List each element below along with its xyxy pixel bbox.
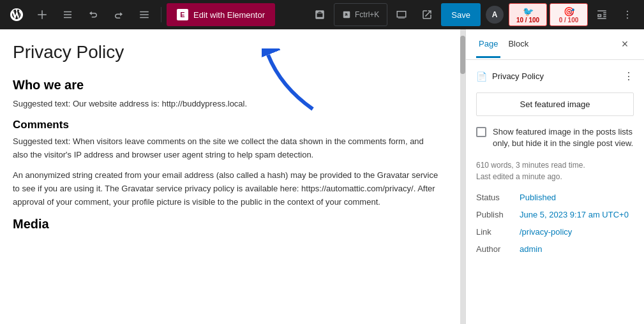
who-we-are-heading: Who we are: [13, 78, 440, 92]
add-block-button[interactable]: [31, 3, 54, 26]
featured-image-checkbox[interactable]: [476, 127, 486, 137]
status-row-author: Author admin: [476, 244, 634, 254]
preview-button[interactable]: [308, 3, 331, 26]
redo-button[interactable]: [107, 3, 130, 26]
comments-heading: Comments: [13, 119, 440, 131]
readability-score-badge[interactable]: 🎯 0 / 100: [550, 3, 588, 26]
set-featured-image-button[interactable]: Set featured image: [476, 92, 634, 116]
edit-with-elementor-button[interactable]: E Edit with Elementor: [167, 3, 275, 26]
status-label: Status: [476, 193, 514, 202]
right-sidebar: Page Block × 📄 Privacy Policy ⋮ Set feat…: [465, 29, 644, 324]
sidebar-close-button[interactable]: ×: [616, 36, 634, 54]
link-value[interactable]: /privacy-policy: [520, 227, 572, 237]
featured-image-checkbox-label: Show featured image in the posts lists o…: [493, 126, 634, 149]
document-icon: 📄: [476, 71, 487, 82]
sidebar-body: 📄 Privacy Policy ⋮ Set featured image Sh…: [466, 60, 644, 324]
seo-score-badge[interactable]: 🐦 10 / 100: [509, 3, 547, 26]
external-link-button[interactable]: [416, 3, 438, 26]
more-options-button[interactable]: [616, 3, 639, 26]
main-toolbar: E Edit with Elementor Fctrl+K Save A 🐦 1…: [0, 0, 644, 29]
status-row-link: Link /privacy-policy: [476, 227, 634, 237]
undo-button[interactable]: [82, 3, 105, 26]
separator: [161, 7, 161, 22]
document-row: 📄 Privacy Policy ⋮: [476, 70, 634, 82]
media-heading: Media: [13, 217, 440, 232]
meta-info: 610 words, 3 minutes read time.Last edit…: [476, 159, 634, 182]
content-body: Who we are Suggested text: Our website a…: [13, 78, 440, 232]
scrollbar-thumb[interactable]: [460, 36, 465, 74]
elementor-icon: E: [177, 9, 188, 20]
comments-suggested: Suggested text: When visitors leave comm…: [13, 135, 440, 162]
sidebar-header: Page Block ×: [466, 29, 644, 60]
wp-logo-button[interactable]: [5, 3, 28, 26]
fctrl-button[interactable]: Fctrl+K: [334, 3, 387, 26]
save-button[interactable]: Save: [441, 3, 481, 26]
scrollbar-track[interactable]: [460, 29, 465, 324]
status-value[interactable]: Published: [520, 193, 556, 202]
publish-label: Publish: [476, 210, 514, 219]
user-avatar-button[interactable]: A: [483, 3, 506, 26]
link-label: Link: [476, 227, 514, 237]
svg-point-2: [627, 17, 628, 18]
document-title: Privacy Policy: [492, 71, 544, 81]
comments-body: An anonymized string created from your e…: [13, 169, 440, 209]
author-value[interactable]: admin: [520, 244, 542, 254]
publish-value[interactable]: June 5, 2023 9:17 am UTC+0: [520, 210, 629, 219]
tab-block[interactable]: Block: [505, 31, 531, 58]
main-layout: Privacy Policy Who we are Suggested text…: [0, 29, 644, 324]
status-row-status: Status Published: [476, 193, 634, 202]
avatar: A: [486, 6, 504, 24]
tab-page[interactable]: Page: [476, 31, 500, 58]
list-view-button[interactable]: [133, 3, 156, 26]
tools-button[interactable]: [56, 3, 79, 26]
post-title[interactable]: Privacy Policy: [13, 42, 440, 63]
who-we-are-suggested: Suggested text: Our website address is: …: [13, 98, 440, 111]
target-icon: 🎯: [564, 6, 574, 17]
content-inner: Privacy Policy Who we are Suggested text…: [0, 29, 465, 249]
sidebar-toggle-button[interactable]: [590, 3, 613, 26]
document-menu-button[interactable]: ⋮: [624, 70, 634, 82]
arrow-indicator: [262, 48, 326, 121]
svg-point-0: [627, 11, 628, 12]
status-row-publish: Publish June 5, 2023 9:17 am UTC+0: [476, 210, 634, 219]
document-row-left: 📄 Privacy Policy: [476, 71, 544, 82]
featured-image-checkbox-row: Show featured image in the posts lists o…: [476, 126, 634, 149]
svg-point-1: [627, 14, 628, 15]
responsive-button[interactable]: [390, 3, 413, 26]
content-area: Privacy Policy Who we are Suggested text…: [0, 29, 465, 324]
author-label: Author: [476, 244, 514, 254]
bird-icon: 🐦: [523, 6, 534, 17]
